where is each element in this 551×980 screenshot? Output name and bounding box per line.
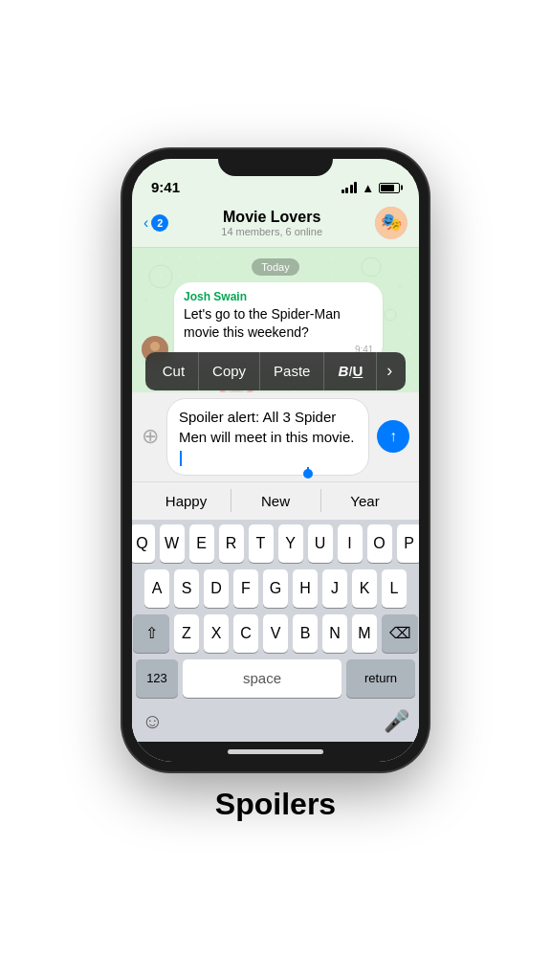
key-i[interactable]: I: [338, 524, 363, 563]
group-avatar[interactable]: 🎭: [375, 207, 408, 239]
text-input-box[interactable]: Spoiler alert: All 3 Spider Men will mee…: [166, 398, 369, 476]
svg-point-2: [149, 265, 172, 288]
key-u[interactable]: U: [308, 524, 333, 563]
svg-point-6: [144, 299, 148, 302]
return-key[interactable]: return: [346, 659, 415, 698]
key-j[interactable]: J: [322, 569, 347, 608]
key-r[interactable]: R: [219, 524, 244, 563]
input-pre-text: Spoiler alert:: [179, 409, 263, 425]
sender-name: Josh Swain: [184, 290, 373, 303]
context-menu-bar: Cut Copy Paste BIU ›: [145, 352, 407, 390]
send-button[interactable]: ↑: [377, 420, 409, 453]
space-key[interactable]: space: [183, 659, 342, 698]
formatting-button[interactable]: BIU: [324, 352, 377, 390]
phone-wrapper: 9:41 ▲ ‹ 2: [122, 149, 429, 771]
back-count-badge: 2: [151, 214, 168, 232]
more-button[interactable]: ›: [377, 352, 402, 390]
attachment-button[interactable]: ⊕: [142, 424, 159, 449]
keyboard-row-3: ⇧ Z X C V B N M ⌫: [132, 610, 419, 655]
text-input-row: ⊕ Spoiler alert: All 3 Spider Men will m…: [132, 392, 419, 481]
message-row: Josh Swain Let's go to the Spider-Man mo…: [142, 282, 409, 363]
key-q[interactable]: Q: [132, 524, 155, 563]
battery-icon: [379, 183, 400, 193]
home-bar: [228, 749, 323, 754]
status-icons: ▲: [342, 181, 400, 195]
key-y[interactable]: Y: [278, 524, 303, 563]
key-x[interactable]: X: [204, 614, 229, 653]
key-b[interactable]: B: [293, 614, 318, 653]
back-chevron-icon: ‹: [143, 214, 148, 232]
input-area: ⊕ Spoiler alert: All 3 Spider Men will m…: [132, 392, 419, 742]
phone-screen: 9:41 ▲ ‹ 2: [132, 159, 419, 762]
key-p[interactable]: P: [397, 524, 420, 563]
key-o[interactable]: O: [367, 524, 392, 563]
key-c[interactable]: C: [233, 614, 258, 653]
chat-header: ‹ 2 Movie Lovers 14 members, 6 online 🎭: [132, 201, 419, 248]
key-f[interactable]: F: [233, 569, 258, 608]
keyboard-row-2: A S D F G H J K L: [132, 565, 419, 610]
key-t[interactable]: T: [249, 524, 274, 563]
key-z[interactable]: Z: [174, 614, 199, 653]
svg-text:🎭: 🎭: [381, 212, 403, 233]
key-g[interactable]: G: [263, 569, 288, 608]
signal-icon: [342, 182, 358, 193]
cut-button[interactable]: Cut: [149, 352, 199, 390]
key-e[interactable]: E: [189, 524, 214, 563]
key-l[interactable]: L: [382, 569, 407, 608]
autocomplete-new[interactable]: New: [231, 482, 320, 520]
back-button[interactable]: ‹ 2: [143, 214, 168, 232]
key-d[interactable]: D: [204, 569, 229, 608]
key-m[interactable]: M: [352, 614, 377, 653]
numbers-key[interactable]: 123: [136, 659, 178, 698]
autocomplete-happy[interactable]: Happy: [142, 482, 231, 520]
autocomplete-year[interactable]: Year: [320, 482, 409, 520]
keyboard-row-1: Q W E R T Y U I O P: [132, 520, 419, 565]
key-h[interactable]: H: [293, 569, 318, 608]
chat-area: Today Josh Swain: [132, 248, 419, 392]
copy-button[interactable]: Copy: [199, 352, 260, 390]
key-s[interactable]: S: [174, 569, 199, 608]
chat-title: Movie Lovers: [176, 209, 367, 226]
key-k[interactable]: K: [352, 569, 377, 608]
phone-frame: 9:41 ▲ ‹ 2: [122, 149, 429, 771]
page-title-section: Spoilers: [215, 787, 336, 822]
home-indicator: [132, 742, 419, 762]
text-cursor: [180, 451, 182, 466]
keyboard-row-4: 123 space return: [132, 655, 419, 705]
autocomplete-bar: Happy New Year: [132, 481, 419, 520]
context-menu-container: Cut Copy Paste BIU ›: [132, 352, 419, 392]
chat-subtitle: 14 members, 6 online: [176, 226, 367, 237]
key-v[interactable]: V: [263, 614, 288, 653]
message-bubble: Josh Swain Let's go to the Spider-Man mo…: [174, 282, 383, 363]
emoji-button[interactable]: ☺: [142, 709, 163, 734]
wifi-icon: ▲: [362, 181, 374, 195]
delete-key[interactable]: ⌫: [382, 614, 418, 653]
svg-point-4: [362, 257, 381, 277]
shift-key[interactable]: ⇧: [133, 614, 169, 653]
chat-info: Movie Lovers 14 members, 6 online: [176, 209, 367, 237]
svg-point-7: [398, 284, 402, 288]
svg-point-5: [385, 309, 396, 321]
svg-point-8: [264, 260, 268, 264]
paste-button[interactable]: Paste: [260, 352, 324, 390]
key-w[interactable]: W: [160, 524, 185, 563]
key-a[interactable]: A: [144, 569, 169, 608]
keyboard: Q W E R T Y U I O P A S: [132, 520, 419, 742]
status-time: 9:41: [151, 179, 180, 195]
chat-messages: Josh Swain Let's go to the Spider-Man mo…: [132, 282, 419, 363]
notch: [218, 149, 333, 176]
page-title: Spoilers: [215, 787, 336, 822]
microphone-button[interactable]: 🎤: [384, 709, 409, 734]
keyboard-bottom: ☺ 🎤: [132, 705, 419, 742]
key-n[interactable]: N: [322, 614, 347, 653]
message-text: Let's go to the Spider-Man movie this we…: [184, 305, 373, 343]
